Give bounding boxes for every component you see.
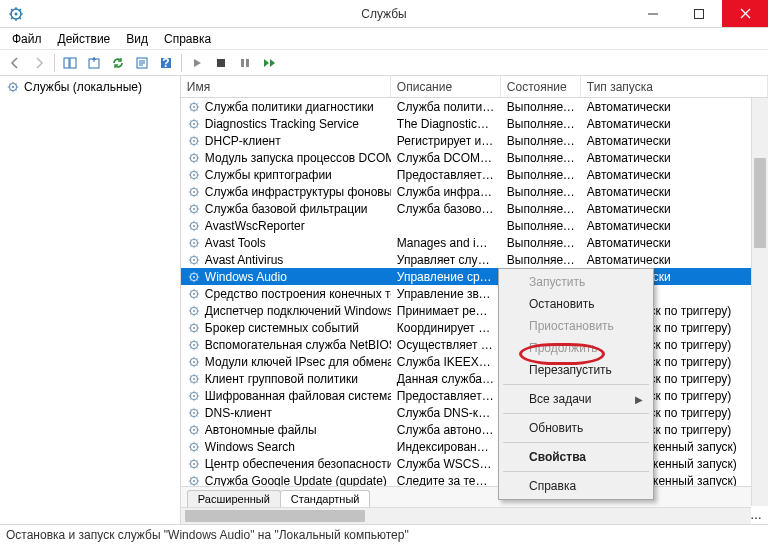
service-name: Брокер системных событий — [205, 321, 359, 335]
service-desc: Служба автономн… — [391, 423, 501, 437]
ctx-separator — [503, 442, 649, 443]
table-row[interactable]: Центр обеспечения безопасностиСлужба WSC… — [181, 455, 768, 472]
table-row[interactable]: Брокер системных событийКоординирует вы…… — [181, 319, 768, 336]
stop-service-button[interactable] — [210, 52, 232, 74]
svg-point-53 — [193, 428, 195, 430]
scrollbar-vertical[interactable] — [751, 98, 768, 506]
menu-file[interactable]: Файл — [4, 30, 50, 48]
scrollbar-horizontal[interactable] — [181, 507, 751, 524]
service-desc: Индексирование … — [391, 440, 501, 454]
tab-standard[interactable]: Стандартный — [280, 490, 371, 507]
refresh-button[interactable] — [107, 52, 129, 74]
table-row[interactable]: Модуль запуска процессов DCOM-сервераСлу… — [181, 149, 768, 166]
service-desc: Служба инфрастр… — [391, 185, 501, 199]
pause-service-button[interactable] — [234, 52, 256, 74]
column-headers: Имя Описание Состояние Тип запуска — [181, 76, 768, 98]
svg-rect-2 — [695, 9, 704, 18]
table-row[interactable]: Вспомогательная служба NetBIOS через TCP… — [181, 336, 768, 353]
gear-icon — [187, 134, 201, 148]
col-start[interactable]: Тип запуска — [581, 76, 768, 97]
table-row[interactable]: Avast ToolsManages and imple…Выполняется… — [181, 234, 768, 251]
col-state[interactable]: Состояние — [501, 76, 581, 97]
table-row[interactable]: Служба базовой фильтрацииСлужба базовой … — [181, 200, 768, 217]
scroll-thumb[interactable] — [754, 158, 766, 248]
close-button[interactable] — [722, 0, 768, 27]
gear-icon — [187, 236, 201, 250]
service-name: Windows Search — [205, 440, 295, 454]
service-desc: Принимает решен… — [391, 304, 501, 318]
table-row[interactable]: DHCP-клиентРегистрирует и об…Выполняется… — [181, 132, 768, 149]
table-row[interactable]: Шифрованная файловая система (EFS)Предос… — [181, 387, 768, 404]
table-row[interactable]: Клиент групповой политикиДанная служба о… — [181, 370, 768, 387]
service-name: Служба базовой фильтрации — [205, 202, 368, 216]
gear-icon — [187, 355, 201, 369]
svg-rect-9 — [217, 59, 225, 67]
service-state: Выполняется — [501, 236, 581, 250]
service-start: Автоматически — [581, 236, 768, 250]
table-row[interactable]: Диспетчер подключений WindowsПринимает р… — [181, 302, 768, 319]
table-row[interactable]: Модули ключей IPsec для обмена ключам…Сл… — [181, 353, 768, 370]
service-desc: Предоставляет ос… — [391, 389, 501, 403]
ctx-separator — [503, 471, 649, 472]
ctx-restart[interactable]: Перезапустить — [501, 359, 651, 381]
table-row-selected[interactable]: Windows AudioУправление средст…Выполняет… — [181, 268, 768, 285]
restart-service-button[interactable] — [258, 52, 280, 74]
service-name: Диспетчер подключений Windows — [205, 304, 391, 318]
ctx-help[interactable]: Справка — [501, 475, 651, 497]
gear-icon — [187, 338, 201, 352]
list-body[interactable]: Служба политики диагностикиСлужба полити… — [181, 98, 768, 524]
service-name: DNS-клиент — [205, 406, 272, 420]
tree-panel: Службы (локальные) — [0, 76, 181, 524]
svg-point-55 — [193, 445, 195, 447]
gear-icon — [187, 202, 201, 216]
gear-icon — [187, 100, 201, 114]
ctx-stop[interactable]: Остановить — [501, 293, 651, 315]
start-service-button[interactable] — [186, 52, 208, 74]
menu-bar: Файл Действие Вид Справка — [0, 28, 768, 50]
help-button[interactable]: ? — [155, 52, 177, 74]
ctx-refresh[interactable]: Обновить — [501, 417, 651, 439]
service-name: Средство построения конечных точек Win… — [205, 287, 391, 301]
table-row[interactable]: Служба политики диагностикиСлужба полити… — [181, 98, 768, 115]
table-row[interactable]: AvastWscReporterВыполняетсяАвтоматически — [181, 217, 768, 234]
tab-extended[interactable]: Расширенный — [187, 490, 281, 507]
export-button[interactable] — [83, 52, 105, 74]
ctx-separator — [503, 413, 649, 414]
table-row[interactable]: Avast AntivirusУправляет служб…Выполняет… — [181, 251, 768, 268]
back-button[interactable] — [4, 52, 26, 74]
gear-icon — [187, 117, 201, 131]
menu-help[interactable]: Справка — [156, 30, 219, 48]
service-name: Windows Audio — [205, 270, 287, 284]
minimize-button[interactable] — [630, 0, 676, 27]
table-row[interactable]: Windows SearchИндексирование …чески (отл… — [181, 438, 768, 455]
ctx-properties[interactable]: Свойства — [501, 446, 651, 468]
svg-point-27 — [193, 207, 195, 209]
forward-button[interactable] — [28, 52, 50, 74]
table-row[interactable]: Автономные файлыСлужба автономн…чески (з… — [181, 421, 768, 438]
maximize-button[interactable] — [676, 0, 722, 27]
scroll-thumb[interactable] — [185, 510, 365, 522]
service-desc: Координирует вы… — [391, 321, 501, 335]
gear-icon — [187, 304, 201, 318]
col-desc[interactable]: Описание — [391, 76, 501, 97]
col-name[interactable]: Имя — [181, 76, 391, 97]
ctx-alltasks[interactable]: Все задачи▶ — [501, 388, 651, 410]
table-row[interactable]: Diagnostics Tracking ServiceThe Diagnost… — [181, 115, 768, 132]
svg-text:?: ? — [162, 56, 169, 70]
gear-icon — [187, 287, 201, 301]
properties-button[interactable] — [131, 52, 153, 74]
svg-point-49 — [193, 394, 195, 396]
show-hide-button[interactable] — [59, 52, 81, 74]
table-row[interactable]: DNS-клиентСлужба DNS-клие…чески (запуск … — [181, 404, 768, 421]
status-bar: Остановка и запуск службы "Windows Audio… — [0, 524, 768, 544]
service-state: Выполняется — [501, 185, 581, 199]
gear-icon — [187, 219, 201, 233]
table-row[interactable]: Служба инфраструктуры фоновых задачСлужб… — [181, 183, 768, 200]
table-row[interactable]: Средство построения конечных точек Win…У… — [181, 285, 768, 302]
context-menu: Запустить Остановить Приостановить Продо… — [498, 268, 654, 500]
tree-root[interactable]: Службы (локальные) — [6, 80, 174, 94]
service-desc: Служба полити… — [391, 100, 501, 114]
table-row[interactable]: Службы криптографииПредоставляет три…Вып… — [181, 166, 768, 183]
menu-view[interactable]: Вид — [118, 30, 156, 48]
menu-action[interactable]: Действие — [50, 30, 119, 48]
